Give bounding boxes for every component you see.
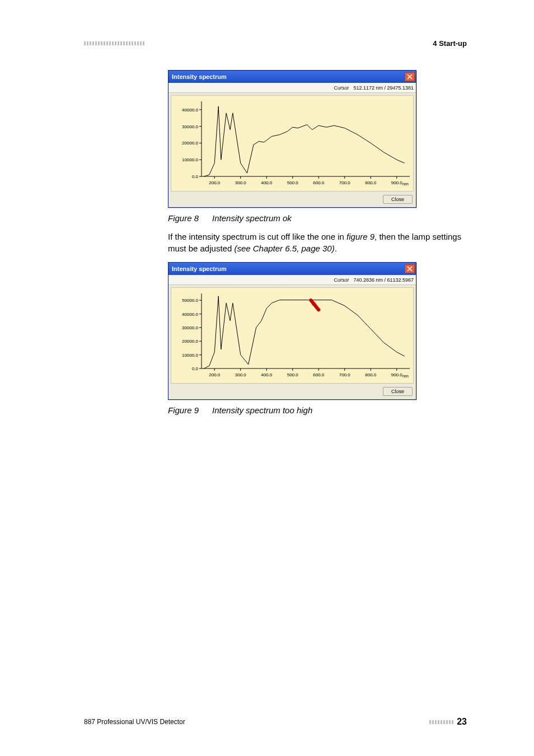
close-button[interactable]: Close [383, 195, 413, 204]
svg-text:300.0: 300.0 [235, 372, 247, 377]
figure-9-caption: Figure 9Intensity spectrum too high [168, 405, 467, 415]
footer-dashes [429, 720, 453, 724]
svg-text:700.0: 700.0 [339, 180, 351, 185]
cursor-value: 740.2836 nm / 61132.5967 [353, 277, 414, 283]
svg-text:400.0: 400.0 [261, 180, 273, 185]
svg-text:10000.0: 10000.0 [182, 157, 198, 162]
svg-text:0.0: 0.0 [192, 174, 199, 179]
svg-text:20000.0: 20000.0 [182, 339, 198, 344]
window-intensity-spectrum-too-high: Intensity spectrum Cursor 740.2836 nm / … [168, 262, 416, 400]
svg-text:300.0: 300.0 [235, 180, 247, 185]
cursor-label: Cursor [334, 85, 349, 91]
close-icon[interactable] [405, 72, 415, 81]
close-icon[interactable] [405, 264, 415, 273]
svg-text:600.0: 600.0 [313, 372, 325, 377]
page-number: 23 [429, 717, 467, 727]
button-row: Close [168, 194, 416, 207]
titlebar: Intensity spectrum [168, 71, 416, 83]
svg-text:30000.0: 30000.0 [182, 325, 198, 330]
svg-text:500.0: 500.0 [287, 372, 299, 377]
cursor-readout: Cursor 740.2836 nm / 61132.5967 [168, 275, 416, 285]
chart-fig8: 0.010000.020000.030000.040000.0 200.0300… [171, 95, 414, 192]
svg-text:500.0: 500.0 [287, 180, 299, 185]
doc-title: 887 Professional UV/VIS Detector [84, 718, 185, 726]
section-title: 4 Start-up [433, 39, 467, 48]
svg-text:10000.0: 10000.0 [182, 353, 198, 358]
svg-text:700.0: 700.0 [339, 372, 351, 377]
svg-text:0.0: 0.0 [192, 366, 199, 371]
svg-text:nm: nm [402, 374, 409, 379]
figure-8-caption: Figure 8Intensity spectrum ok [168, 213, 467, 223]
titlebar: Intensity spectrum [168, 263, 416, 275]
svg-text:800.0: 800.0 [365, 180, 377, 185]
figure-9: Intensity spectrum Cursor 740.2836 nm / … [168, 262, 467, 415]
window-title: Intensity spectrum [172, 265, 227, 272]
svg-text:900.0: 900.0 [391, 180, 403, 185]
close-button[interactable]: Close [383, 387, 413, 396]
svg-text:40000.0: 40000.0 [182, 312, 198, 317]
window-title: Intensity spectrum [172, 73, 227, 80]
svg-text:900.0: 900.0 [391, 372, 403, 377]
svg-text:200.0: 200.0 [209, 372, 221, 377]
svg-text:600.0: 600.0 [313, 180, 325, 185]
svg-text:400.0: 400.0 [261, 372, 273, 377]
svg-text:800.0: 800.0 [365, 372, 377, 377]
cursor-value: 512.1172 nm / 29475.1381 [353, 85, 414, 91]
svg-text:nm: nm [402, 181, 409, 186]
paragraph-lamp-settings: If the intensity spectrum is cut off lik… [168, 231, 467, 254]
chart-fig9: 0.010000.020000.030000.040000.050000.0 2… [171, 287, 414, 384]
svg-text:20000.0: 20000.0 [182, 141, 198, 146]
page-footer: 887 Professional UV/VIS Detector 23 [84, 717, 467, 727]
header-dashes-left [84, 41, 144, 45]
button-row: Close [168, 386, 416, 399]
cursor-readout: Cursor 512.1172 nm / 29475.1381 [168, 83, 416, 93]
svg-text:50000.0: 50000.0 [182, 298, 198, 303]
svg-text:30000.0: 30000.0 [182, 124, 198, 129]
page-header: 4 Start-up [84, 39, 467, 48]
figure-8: Intensity spectrum Cursor 512.1172 nm / … [168, 70, 467, 223]
svg-text:40000.0: 40000.0 [182, 108, 198, 113]
cursor-label: Cursor [334, 277, 349, 283]
svg-text:200.0: 200.0 [209, 180, 221, 185]
window-intensity-spectrum-ok: Intensity spectrum Cursor 512.1172 nm / … [168, 70, 416, 208]
